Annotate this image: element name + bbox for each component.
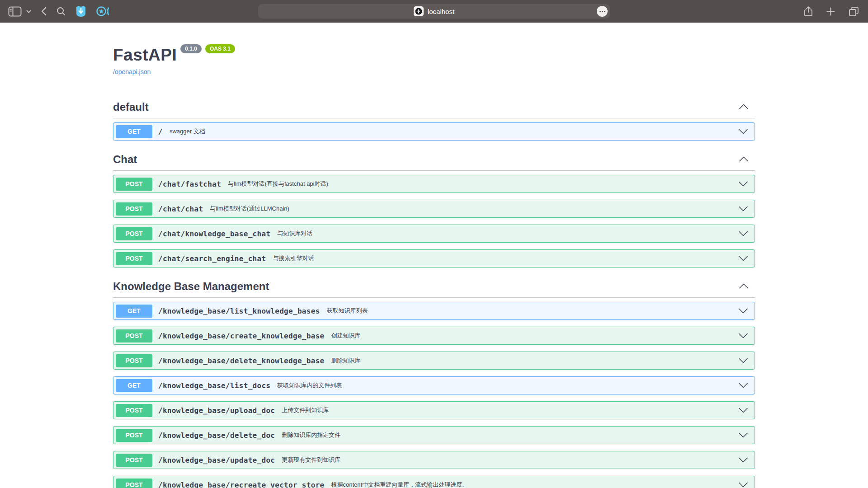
section-title: Knowledge Base Management [113,280,269,293]
section-title: Chat [113,153,137,166]
endpoint-description: 与知识库对话 [277,230,312,238]
method-badge: POST [116,454,152,467]
oas-badge: OAS 3.1 [205,44,235,53]
address-bar[interactable]: localhost [258,4,610,19]
endpoint-description: swagger 文档 [170,127,205,136]
section-header[interactable]: Chat [113,153,755,171]
fastapi-favicon [414,6,424,16]
api-tag-section: default GET / swagger 文档 [113,101,755,141]
method-badge: POST [116,178,152,191]
section-collapse-button[interactable] [739,104,749,111]
endpoint-description: 与搜索引擎对话 [273,254,314,263]
section-header[interactable]: default [113,101,755,118]
tab-overview-button[interactable] [848,5,860,18]
endpoint-path: /knowledge_base/list_knowledge_bases [158,307,320,315]
endpoint-path: /knowledge_base/delete_knowledge_base [158,357,325,365]
method-badge: POST [116,429,152,442]
method-badge: POST [116,202,152,216]
endpoint-row[interactable]: POST /knowledge_base/delete_doc 删除知识库内指定… [113,426,755,444]
endpoint-row[interactable]: GET / swagger 文档 [113,122,755,141]
endpoint-row[interactable]: GET /knowledge_base/list_knowledge_bases… [113,302,755,320]
section-collapse-button[interactable] [739,283,749,290]
endpoint-description: 上传文件到知识库 [282,406,329,414]
endpoint-row[interactable]: POST /knowledge_base/delete_knowledge_ba… [113,352,755,370]
openapi-spec-link[interactable]: /openapi.json [113,68,755,75]
endpoint-row[interactable]: POST /chat/search_engine_chat 与搜索引擎对话 [113,249,755,267]
endpoint-row[interactable]: GET /knowledge_base/list_docs 获取知识库内的文件列… [113,376,755,394]
endpoint-description: 与llm模型对话(通过LLMChain) [210,205,289,213]
browser-toolbar: localhost [0,0,868,23]
sidebar-toggle-button[interactable] [7,5,23,18]
endpoint-list: GET / swagger 文档 [113,118,755,141]
radar-extension-button[interactable] [95,5,110,18]
share-icon [804,6,813,17]
chevron-down-icon[interactable] [738,358,748,363]
chevron-down-icon[interactable] [738,333,748,338]
endpoint-path: /chat/chat [158,205,203,213]
ellipsis-icon [599,11,601,12]
chevron-up-icon [739,283,749,290]
bookmark-extension-button[interactable] [75,5,87,18]
section-collapse-button[interactable] [739,156,749,163]
method-badge: GET [116,305,152,318]
endpoint-path: /knowledge_base/recreate_vector_store [158,481,325,488]
chevron-down-icon[interactable] [738,181,748,187]
endpoint-path: /knowledge_base/create_knowledge_base [158,332,325,340]
endpoint-row[interactable]: POST /chat/fastchat 与llm模型对话(直接与fastchat… [113,175,755,193]
chevron-down-icon[interactable] [738,457,748,463]
endpoint-path: /knowledge_base/list_docs [158,381,270,390]
method-badge: POST [116,479,152,488]
chevron-down-icon[interactable] [738,256,748,261]
endpoint-list: GET /knowledge_base/list_knowledge_bases… [113,298,755,488]
method-badge: POST [116,329,152,343]
chevron-down-icon[interactable] [738,231,748,236]
api-sections: default GET / swagger 文档 Chat [113,101,755,488]
chevron-down-icon[interactable] [738,129,748,134]
endpoint-description: 与llm模型对话(直接与fastchat api对话) [228,180,328,188]
endpoint-path: / [158,127,163,136]
chevron-down-icon[interactable] [738,383,748,388]
radar-extension-icon [96,6,109,17]
method-badge: POST [116,404,152,417]
swagger-page: FastAPI0.1.0OAS 3.1 /openapi.json defaul… [0,23,868,488]
method-badge: POST [116,227,152,240]
chevron-up-icon [739,104,749,111]
api-tag-section: Knowledge Base Management GET /knowledge… [113,280,755,488]
page-menu-button[interactable] [597,6,608,17]
share-button[interactable] [803,5,814,18]
endpoint-description: 创建知识库 [331,332,361,340]
endpoint-path: /knowledge_base/delete_doc [158,431,275,440]
chevron-up-icon [739,156,749,163]
search-button[interactable] [56,6,66,17]
sidebar-menu-chevron-button[interactable] [25,9,32,14]
endpoint-row[interactable]: POST /knowledge_base/upload_doc 上传文件到知识库 [113,401,755,419]
endpoint-path: /chat/knowledge_base_chat [158,230,270,238]
chevron-down-icon[interactable] [738,206,748,211]
endpoint-description: 删除知识库 [331,357,361,365]
sidebar-icon [8,6,22,17]
chevron-down-icon[interactable] [738,432,748,438]
endpoint-description: 根据content中文档重建向量库，流式输出处理进度。 [331,481,468,488]
endpoint-row[interactable]: POST /chat/chat 与llm模型对话(通过LLMChain) [113,200,755,218]
chevron-down-icon[interactable] [738,408,748,413]
api-info: FastAPI0.1.0OAS 3.1 /openapi.json [113,44,755,75]
endpoint-row[interactable]: POST /chat/knowledge_base_chat 与知识库对话 [113,225,755,243]
section-header[interactable]: Knowledge Base Management [113,280,755,298]
chevron-down-icon[interactable] [738,308,748,314]
endpoint-path: /knowledge_base/upload_doc [158,406,275,415]
search-icon [57,7,66,16]
endpoint-description: 获取知识库列表 [327,307,368,315]
endpoint-row[interactable]: POST /knowledge_base/recreate_vector_sto… [113,476,755,488]
back-chevron-icon [41,7,47,16]
endpoint-path: /chat/fastchat [158,180,221,188]
endpoint-description: 删除知识库内指定文件 [282,431,340,439]
new-tab-button[interactable] [826,6,836,17]
api-tag-section: Chat POST /chat/fastchat 与llm模型对话(直接与fas… [113,153,755,267]
tab-overview-icon [849,6,859,17]
address-url: localhost [428,8,454,15]
section-title: default [113,101,149,113]
chevron-down-icon[interactable] [738,482,748,488]
endpoint-row[interactable]: POST /knowledge_base/update_doc 更新现有文件到知… [113,451,755,469]
endpoint-row[interactable]: POST /knowledge_base/create_knowledge_ba… [113,327,755,345]
back-button[interactable] [40,6,47,17]
